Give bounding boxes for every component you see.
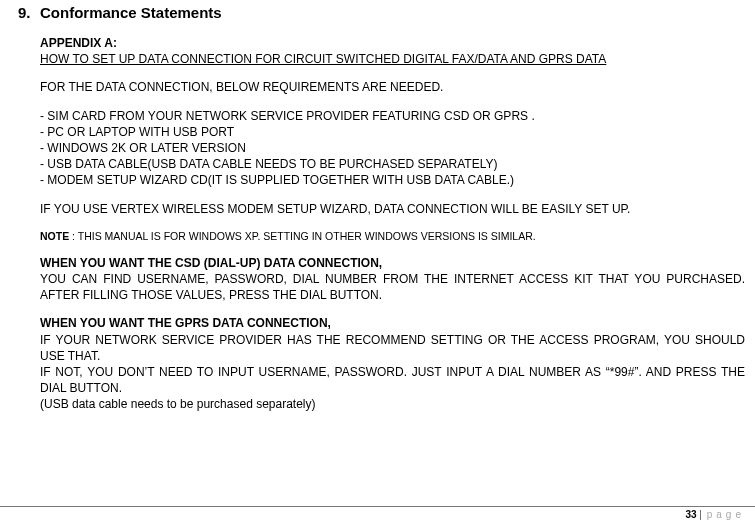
requirement-item: - USB DATA CABLE(USB DATA CABLE NEEDS TO… — [40, 156, 745, 172]
wizard-text: IF YOU USE VERTEX WIRELESS MODEM SETUP W… — [40, 201, 745, 217]
requirement-item: - PC OR LAPTOP WITH USB PORT — [40, 124, 745, 140]
document-page: 9. Conformance Statements APPENDIX A: HO… — [0, 0, 755, 526]
note-line: NOTE : THIS MANUAL IS FOR WINDOWS XP. SE… — [40, 229, 745, 243]
page-sep: | — [697, 509, 705, 520]
page-word: page — [707, 509, 745, 520]
section-body: APPENDIX A: HOW TO SET UP DATA CONNECTIO… — [18, 35, 745, 413]
note-label: NOTE — [40, 230, 69, 242]
section-number: 9. — [18, 4, 40, 21]
page-number: 33 — [685, 509, 696, 520]
csd-title: WHEN YOU WANT THE CSD (DIAL-UP) DATA CON… — [40, 255, 745, 271]
intro-text: FOR THE DATA CONNECTION, BELOW REQUIREME… — [40, 79, 745, 95]
csd-body: YOU CAN FIND USERNAME, PASSWORD, DIAL NU… — [40, 271, 745, 303]
requirement-item: - MODEM SETUP WIZARD CD(IT IS SUPPLIED T… — [40, 172, 745, 188]
requirement-item: - WINDOWS 2K OR LATER VERSION — [40, 140, 745, 156]
gprs-line-1: IF YOUR NETWORK SERVICE PROVIDER HAS THE… — [40, 332, 745, 364]
gprs-line-2: IF NOT, YOU DON’T NEED TO INPUT USERNAME… — [40, 364, 745, 396]
appendix-title: HOW TO SET UP DATA CONNECTION FOR CIRCUI… — [40, 51, 745, 67]
requirement-item: - SIM CARD FROM YOUR NETWORK SERVICE PRO… — [40, 108, 745, 124]
gprs-line-3: (USB data cable needs to be purchased se… — [40, 396, 745, 412]
section-title: Conformance Statements — [40, 4, 222, 21]
page-footer: 33 | page — [0, 506, 755, 520]
section-heading: 9. Conformance Statements — [18, 4, 745, 21]
gprs-title: WHEN YOU WANT THE GPRS DATA CONNECTION, — [40, 315, 745, 331]
appendix-label: APPENDIX A: — [40, 35, 745, 51]
note-text: : THIS MANUAL IS FOR WINDOWS XP. SETTING… — [69, 230, 536, 242]
